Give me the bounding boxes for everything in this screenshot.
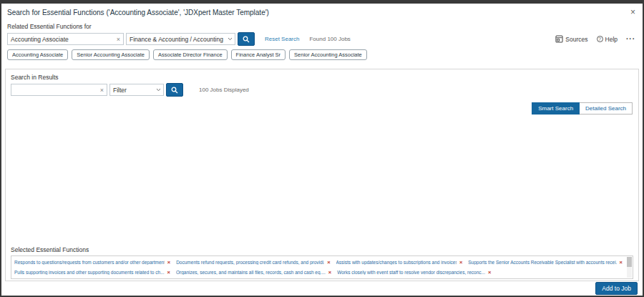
related-search-input[interactable]: Accounting Associate × [7, 33, 124, 45]
selected-function-item: Documents refund requests, processing cr… [176, 259, 330, 266]
category-dropdown-value: Finance & Accounting / Accounting [127, 36, 225, 43]
selected-function-text: Responds to questions/requests from cust… [14, 260, 165, 265]
list-scrollbar[interactable] [627, 257, 632, 278]
job-chip[interactable]: Finance Analyst Sr [231, 49, 286, 60]
remove-item-icon[interactable]: × [459, 259, 462, 266]
help-label: Help [605, 36, 618, 43]
selected-function-text: Documents refund requests, processing cr… [176, 260, 324, 265]
help-button[interactable]: ? Help [597, 36, 618, 43]
related-search-row: Accounting Associate × Finance & Account… [1, 32, 643, 46]
selected-function-text: Supports the Senior Accounts Receivable … [468, 260, 616, 265]
chevron-down-icon [225, 37, 235, 41]
clear-input-icon[interactable]: × [114, 36, 123, 43]
selected-function-text: Works closely with event staff to resolv… [337, 270, 485, 275]
selected-functions-list: Responds to questions/requests from cust… [11, 255, 633, 279]
selected-functions-label: Selected Essential Functions [11, 246, 633, 253]
search-in-results-label: Search in Results [11, 74, 633, 81]
selected-function-item: Works closely with event staff to resolv… [337, 269, 491, 276]
selected-function-item: Supports the Senior Accounts Receivable … [468, 259, 623, 266]
results-search-button[interactable] [166, 83, 183, 97]
clear-input-icon[interactable]: × [97, 87, 107, 94]
help-icon: ? [597, 36, 603, 42]
results-search-input[interactable]: × [11, 84, 107, 96]
dialog-title: Search for Essential Functions ('Account… [7, 9, 269, 16]
tab-detailed-search[interactable]: Detailed Search [580, 102, 633, 115]
dialog-header: Search for Essential Functions ('Account… [1, 4, 643, 16]
remove-item-icon[interactable]: × [620, 259, 623, 266]
selected-function-item: Pulls supporting invoices and other supp… [14, 269, 170, 276]
toolbar: Sources ? Help ··· [555, 35, 635, 43]
remove-item-icon[interactable]: × [327, 259, 330, 266]
results-panel: Search in Results × Filter 100 Jobs Disp… [5, 69, 639, 281]
search-icon [171, 87, 178, 94]
jobs-displayed-label: 100 Jobs Displayed [199, 87, 249, 93]
filter-dropdown-value: Filter [110, 87, 154, 94]
selected-functions-row: Responds to questions/requests from cust… [14, 259, 623, 266]
related-job-chips: Accounting Associate Senior Accounting A… [7, 49, 643, 60]
found-jobs-label: Found 100 Jobs [309, 36, 350, 42]
category-dropdown[interactable]: Finance & Accounting / Accounting [126, 33, 235, 45]
selected-function-text: Organizes, secures, and maintains all fi… [176, 270, 326, 275]
dialog-footer: Add to Job [1, 281, 643, 296]
remove-item-icon[interactable]: × [167, 269, 170, 276]
related-search-button[interactable] [238, 32, 255, 46]
reset-search-link[interactable]: Reset Search [265, 36, 299, 42]
tab-smart-search[interactable]: Smart Search [532, 102, 580, 115]
selected-function-text: Pulls supporting invoices and other supp… [14, 270, 165, 275]
search-icon [243, 36, 250, 43]
selected-function-item: Responds to questions/requests from cust… [14, 259, 170, 266]
results-search-row: × Filter 100 Jobs Displayed [11, 83, 633, 97]
selected-function-item: Assists with updates/changes to subscrip… [336, 259, 463, 266]
sources-button[interactable]: Sources [555, 35, 587, 43]
related-search-value: Accounting Associate [8, 36, 114, 43]
filter-dropdown[interactable]: Filter [109, 84, 164, 96]
scrollbar-thumb[interactable] [627, 257, 632, 267]
close-icon[interactable]: × [630, 9, 635, 16]
related-functions-label: Related Essential Functions for [7, 23, 643, 30]
chevron-down-icon [154, 88, 163, 92]
job-chip[interactable]: Accounting Associate [7, 49, 68, 60]
search-mode-tabs: Smart Search Detailed Search [532, 102, 633, 115]
job-chip[interactable]: Associate Director Finance [153, 49, 228, 60]
more-options-icon[interactable]: ··· [626, 35, 635, 43]
search-essential-functions-dialog: Search for Essential Functions ('Account… [0, 0, 644, 297]
selected-function-text: Assists with updates/changes to subscrip… [336, 260, 457, 265]
remove-item-icon[interactable]: × [167, 259, 170, 266]
add-to-job-button[interactable]: Add to Job [595, 282, 638, 295]
remove-item-icon[interactable]: × [328, 269, 331, 276]
selected-function-item: Organizes, secures, and maintains all fi… [176, 269, 331, 276]
selected-functions-row: Pulls supporting invoices and other supp… [14, 269, 623, 276]
job-chip[interactable]: Senior Accounting Associate [289, 49, 367, 60]
sources-label: Sources [565, 36, 587, 43]
job-chip[interactable]: Senior Accounting Associate [72, 49, 150, 60]
remove-item-icon[interactable]: × [488, 269, 491, 276]
sources-icon [555, 35, 563, 43]
